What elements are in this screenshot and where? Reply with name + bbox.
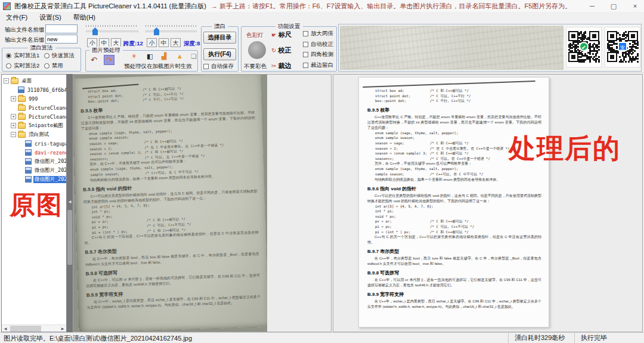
radio-disable[interactable]: 禁用 [44, 62, 63, 70]
tree-expander-icon[interactable]: + [11, 114, 16, 119]
sharpen-icon[interactable]: ▲ [177, 52, 183, 60]
tree-item[interactable]: +Snipaste截图 [2, 121, 66, 130]
radio-realtime-2[interactable]: 实时算法2 [6, 62, 39, 70]
correct-button[interactable]: ↻校正 [271, 46, 291, 55]
execute-button[interactable]: 执行(F4) [203, 48, 236, 60]
splitter-collapse-icon[interactable]: ◀ [67, 199, 72, 203]
window-title-hint: → 新手上路：请按F1。常用操作：F6、F7设置输入、输出目录。单击图片执行漂白… [211, 2, 571, 11]
folder-icon [18, 96, 26, 102]
splitter-handle[interactable] [67, 210, 72, 265]
scrollbar-thumb[interactable] [10, 326, 41, 332]
tree-item[interactable]: 3110786_6f6b401 [2, 85, 66, 94]
output-prefix-label: 输出文件名前缀 [5, 26, 45, 34]
doc-paragraph: 在 C++中，wchar_t 是内置类型，而且 wchar_t 是关键字。在 C… [367, 299, 541, 310]
autocorrect-checkbox[interactable]: 自动校正 [303, 41, 333, 48]
scroll-left-icon[interactable]: ◀ [2, 325, 9, 332]
scroll-right-icon[interactable]: ▶ [59, 325, 66, 332]
radio-icon[interactable] [6, 53, 11, 58]
maximize-icon[interactable]: ▢ [609, 2, 618, 10]
checkbox-icon[interactable] [203, 64, 209, 69]
image-icon [18, 86, 24, 93]
ruler-button[interactable]: ☛标尺 [271, 30, 292, 39]
checkbox-icon[interactable] [303, 63, 308, 68]
output-prefix-input[interactable] [45, 24, 78, 33]
depth-large-button[interactable]: 大 [171, 38, 181, 47]
original-photo[interactable]: struct box ad;/* C 和 C++都可以 */struct poi… [73, 75, 267, 332]
tree-item[interactable]: +PictureCleaner- [2, 112, 66, 121]
preprocess-group-title: 图片预处理 [89, 47, 123, 54]
histogram-icon[interactable]: ▟ [162, 52, 166, 60]
tree-horizontal-scrollbar[interactable]: ◀ ▶ [2, 325, 66, 332]
tree-expander-icon[interactable]: − [11, 132, 16, 137]
undo-icon[interactable]: ↶ [91, 55, 97, 64]
tree-item-label: 漂白测试 [27, 131, 50, 138]
radio-icon[interactable] [44, 53, 49, 58]
span-medium-button[interactable]: 中 [99, 38, 109, 47]
preprocess-group: 图片预处理 ↶ ↷ ☀ ◧ ▟ ▲ ❏ 预处理仅在加载图片时生效 [85, 50, 198, 72]
panel-splitter[interactable]: ◀ [67, 74, 73, 332]
folder-icon [18, 132, 26, 138]
crop-icon: ✂ [271, 63, 276, 69]
checkbox-icon[interactable] [303, 42, 308, 47]
span-value-label: 跨度:12 [123, 40, 143, 48]
bleach-group-title: 漂白 [212, 23, 228, 30]
window-title: 图像校正及背景漂白工具 PictureCleaner v1.1.4.0411 (… [14, 2, 206, 11]
tree-item[interactable]: 微信图片_2021 [2, 166, 66, 175]
autosave-checkbox[interactable]: 自动保存 [203, 63, 234, 70]
doc-code-line: pi = (int * ) pv;/* C 和 C++都可以 */ [367, 230, 541, 235]
depth-medium-button[interactable]: 中 [159, 38, 169, 47]
depth-small-button[interactable]: 小 [147, 38, 157, 47]
image-icon [25, 149, 32, 156]
menu-file[interactable]: 文件(F) [0, 12, 33, 23]
tree-item[interactable]: PictureCleaner [2, 103, 66, 112]
tree-item-label: Snipaste截图 [27, 122, 64, 129]
image-icon [25, 140, 32, 147]
tree-expander-icon[interactable]: + [11, 123, 16, 128]
processed-page[interactable]: struct box ad;/* C 和 C++都可以 */struct poi… [358, 77, 549, 327]
radio-icon[interactable] [6, 63, 11, 69]
zoom2x-checkbox[interactable]: 放大两倍 [303, 30, 333, 38]
menu-help[interactable]: 帮助(H) [67, 12, 101, 23]
tree-item-label: PictureCleaner [27, 105, 67, 111]
span-large-button[interactable]: 大 [111, 38, 121, 47]
radio-fast[interactable]: 快速算法 [44, 52, 75, 60]
crop-margin-checkbox[interactable]: 裁边留白 [303, 61, 333, 69]
folder-tree: −桌面3110786_6f6b401+999PictureCleaner+Pic… [2, 76, 66, 184]
span-slider-thumb[interactable] [92, 27, 98, 35]
redo-icon[interactable]: ↷ [104, 55, 114, 65]
tree-item[interactable]: cris-tagupa- [2, 139, 66, 148]
span-small-button[interactable]: 小 [87, 38, 97, 47]
folder-icon [18, 105, 26, 111]
tree-expander-icon[interactable]: + [11, 96, 16, 101]
tree-expander-icon[interactable]: − [4, 78, 9, 84]
radio-icon[interactable] [44, 63, 49, 69]
tree-item[interactable]: davi-rezende [2, 148, 66, 157]
tree-item[interactable]: +999 [2, 94, 66, 103]
corner-detect-checkbox[interactable]: 四角检测 [303, 51, 333, 58]
color-lamp-icon[interactable] [248, 41, 266, 59]
select-directory-button[interactable]: 选择目录 [203, 32, 236, 44]
output-suffix-input[interactable] [45, 35, 78, 44]
tree-item[interactable]: −桌面 [2, 76, 66, 85]
checkbox-icon[interactable] [303, 31, 308, 36]
tree-item[interactable]: −漂白测试 [2, 130, 66, 139]
menu-settings[interactable]: 设置(S) [33, 12, 67, 23]
depth-slider-track[interactable] [145, 30, 197, 32]
layers-icon[interactable]: ❏ [191, 52, 197, 60]
minimize-icon[interactable]: ─ [588, 2, 596, 10]
radio-realtime-1[interactable]: 实时算法1 [6, 52, 39, 60]
doc-code-line: void * pv; [367, 214, 541, 220]
crop-button[interactable]: ✂裁边 [271, 61, 291, 70]
alipay-qr-code: 支 [605, 27, 640, 67]
contrast-icon[interactable]: ◧ [147, 52, 153, 60]
tree-item[interactable]: 微信图片_2021 [2, 157, 66, 166]
brightness-icon[interactable]: ☀ [131, 52, 137, 60]
original-document-text: struct box ad;/* C 和 C++都可以 */struct poi… [73, 75, 267, 314]
tree-item[interactable]: 微信图片_2021 [2, 175, 66, 184]
depth-slider-thumb[interactable] [154, 27, 159, 35]
doc-code-line: box::point dot;/* C 不行, C++可以 */ [367, 98, 541, 104]
doc-paragraph: C++可以把任意类型的指针赋给指向 void 的指针，这点与 C 相同。但是不同… [367, 193, 541, 204]
close-icon[interactable]: × [631, 2, 639, 10]
checkbox-icon[interactable] [303, 52, 308, 57]
paper-texture-preview [340, 26, 564, 70]
